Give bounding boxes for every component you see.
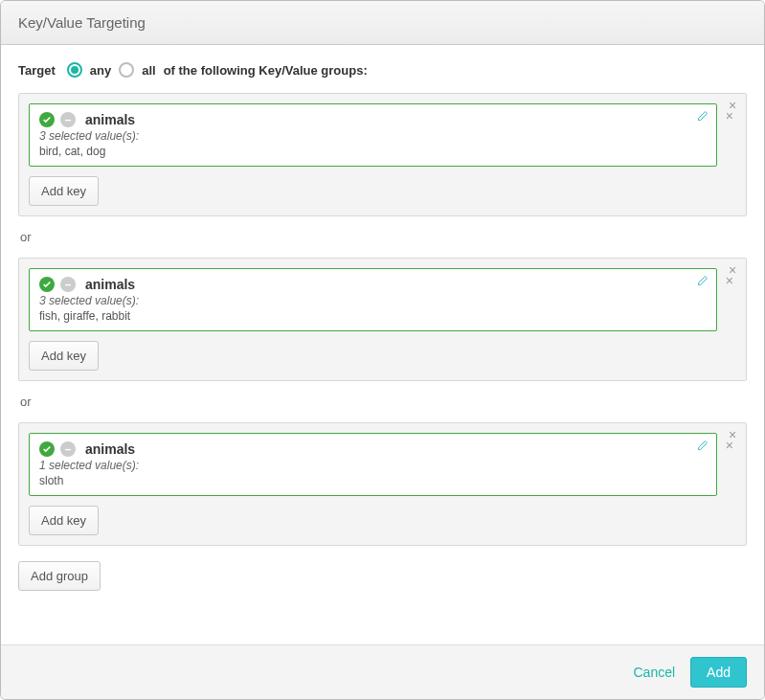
- key-card: × – animals 3 selected value(s): bird, c…: [29, 103, 717, 167]
- add-key-button[interactable]: Add key: [29, 341, 99, 371]
- exclude-icon[interactable]: –: [60, 112, 76, 127]
- key-name: animals: [85, 441, 135, 457]
- key-values: bird, cat, dog: [39, 145, 707, 158]
- key-values: fish, giraffe, rabbit: [39, 309, 707, 323]
- radio-any-label: any: [90, 63, 111, 78]
- add-key-button[interactable]: Add key: [29, 176, 99, 206]
- selected-count: 3 selected value(s):: [39, 294, 707, 307]
- group-panel: × × – animals 1 selected value(s): sloth…: [18, 422, 747, 546]
- include-icon[interactable]: [39, 112, 55, 127]
- target-suffix: of the following Key/Value groups:: [164, 63, 368, 78]
- cancel-button[interactable]: Cancel: [633, 665, 675, 680]
- exclude-icon[interactable]: –: [60, 277, 76, 292]
- key-card: × – animals 3 selected value(s): fish, g…: [29, 268, 717, 331]
- group-panel: × × – animals 3 selected value(s): fish,…: [18, 258, 747, 381]
- dialog-body: Target any all of the following Key/Valu…: [1, 45, 764, 644]
- exclude-icon[interactable]: –: [60, 441, 76, 457]
- dialog-title: Key/Value Targeting: [18, 14, 146, 31]
- edit-icon[interactable]: [697, 275, 709, 289]
- group-panel: × × – animals 3 selected value(s): bird,…: [18, 93, 747, 216]
- include-icon[interactable]: [39, 441, 55, 457]
- radio-all-label: all: [142, 63, 155, 78]
- dialog: Key/Value Targeting Target any all of th…: [0, 0, 765, 700]
- add-group-button[interactable]: Add group: [18, 561, 101, 591]
- selected-count: 1 selected value(s):: [39, 459, 707, 472]
- include-icon[interactable]: [39, 277, 55, 292]
- close-icon[interactable]: ×: [726, 438, 733, 453]
- key-name: animals: [85, 112, 135, 127]
- add-key-button[interactable]: Add key: [29, 506, 99, 535]
- edit-icon[interactable]: [697, 110, 709, 124]
- add-button[interactable]: Add: [690, 657, 747, 688]
- selected-count: 3 selected value(s):: [39, 129, 707, 143]
- or-separator: or: [20, 230, 745, 244]
- close-icon[interactable]: ×: [726, 108, 733, 124]
- close-icon[interactable]: ×: [726, 273, 733, 288]
- or-separator: or: [20, 395, 745, 409]
- radio-all[interactable]: [119, 62, 134, 78]
- target-line: Target any all of the following Key/Valu…: [18, 62, 747, 78]
- target-label: Target: [18, 63, 56, 78]
- key-name: animals: [85, 277, 135, 292]
- key-head: – animals: [39, 277, 707, 292]
- key-card: × – animals 1 selected value(s): sloth: [29, 433, 717, 496]
- key-head: – animals: [39, 112, 707, 127]
- edit-icon[interactable]: [697, 440, 709, 454]
- key-head: – animals: [39, 441, 707, 457]
- radio-any[interactable]: [67, 62, 82, 78]
- dialog-footer: Cancel Add: [1, 644, 764, 699]
- dialog-header: Key/Value Targeting: [1, 1, 764, 45]
- key-values: sloth: [39, 474, 707, 487]
